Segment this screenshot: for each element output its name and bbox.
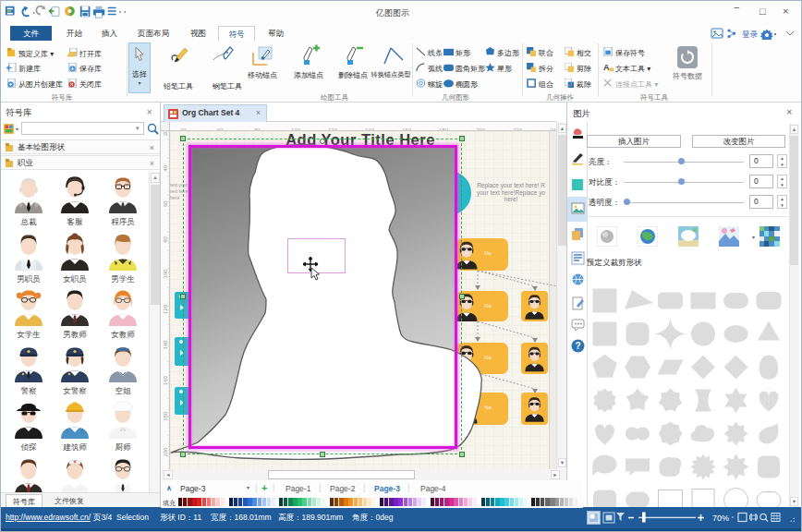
svg-text:160: 160 [163,376,168,386]
svg-text:120: 120 [163,304,168,314]
svg-text:?: ? [576,341,581,351]
svg-text:60: 60 [163,200,168,207]
svg-text:A: A [603,63,610,72]
svg-text:200: 200 [163,447,168,457]
svg-text:70%: 70% [712,514,729,523]
svg-text:80: 80 [163,236,168,242]
svg-text:登录: 登录 [742,30,759,39]
svg-text:140: 140 [163,340,168,350]
svg-text:20: 20 [163,131,168,136]
svg-text:180: 180 [163,411,168,421]
svg-text:40: 40 [163,164,168,171]
svg-text:100: 100 [163,269,168,279]
